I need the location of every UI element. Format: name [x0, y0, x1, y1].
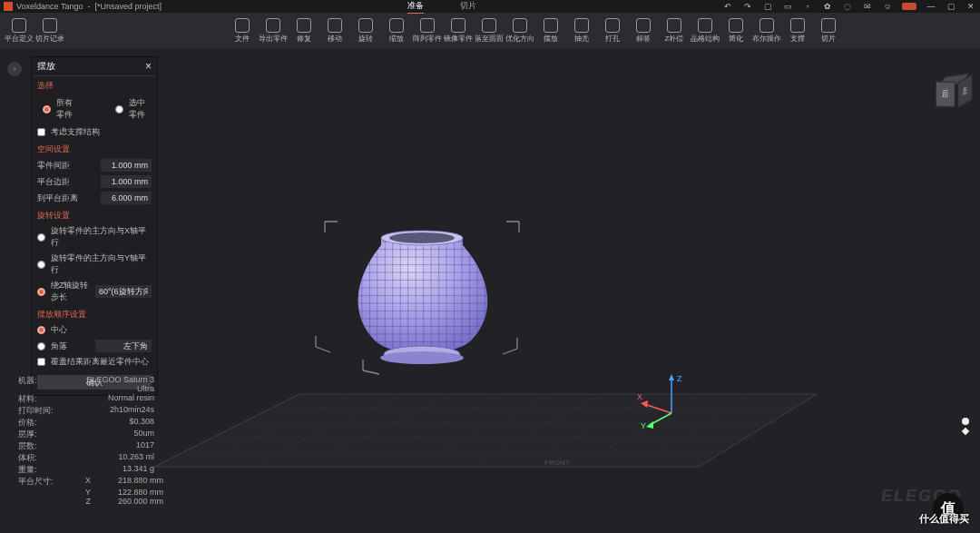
main-toolbar: 平台定义切片记录 文件导出零件修复移动旋转缩放阵列零件镜像零件落至面面优化方向摆… [0, 13, 980, 49]
tool-drill[interactable]: 打孔 [599, 15, 626, 47]
support-icon [790, 18, 805, 33]
hollow-icon [574, 18, 589, 33]
tool-label: 摆放 [544, 34, 558, 44]
tool-slice-tool[interactable]: 切片 [815, 15, 842, 47]
tab-prepare[interactable]: 准备 [407, 0, 424, 14]
tool-label: 缩放 [389, 34, 404, 44]
tool-export-parts[interactable]: 导出零件 [260, 15, 287, 47]
toggle-panel-button[interactable]: › [7, 62, 22, 76]
tool-label: 支撑 [790, 34, 805, 44]
tool-label[interactable]: 标签 [630, 15, 657, 47]
tool-hollow[interactable]: 抽壳 [568, 15, 595, 47]
input-plate-margin[interactable] [101, 175, 152, 188]
svg-text:Y: Y [641, 421, 646, 430]
drill-icon [605, 18, 620, 33]
radio-x-parallel[interactable]: 旋转零件的主方向与X轴平行 [32, 223, 157, 251]
select-corner[interactable] [95, 340, 152, 352]
feedback-icon[interactable]: ✉ [862, 1, 873, 12]
tool-label: 落至面面 [475, 34, 504, 44]
svg-marker-23 [669, 374, 674, 380]
tool-label: Z补偿 [665, 34, 684, 44]
tool-simplify[interactable]: 简化 [722, 15, 750, 47]
model-vase[interactable] [358, 231, 488, 364]
drop-to-plate-icon [482, 18, 496, 33]
radio-y-parallel[interactable]: 旋转零件的主方向与Y轴平行 [32, 251, 157, 278]
tool-move[interactable]: 移动 [321, 15, 348, 47]
layer-slider[interactable] [962, 418, 969, 434]
radio-all-parts[interactable]: 所有零件 [37, 95, 79, 123]
svg-line-4 [263, 396, 399, 459]
mirror-parts-icon [451, 18, 466, 33]
tool-mirror-parts[interactable]: 镜像零件 [445, 15, 472, 47]
lattice-icon [698, 18, 712, 33]
tool-label: 旋转 [358, 34, 373, 44]
tool-lattice[interactable]: 晶格结构 [691, 15, 719, 47]
accent-indicator [902, 3, 916, 10]
close-panel-icon[interactable]: × [145, 60, 152, 73]
tool-repair[interactable]: 修复 [290, 15, 318, 47]
tool-boolean[interactable]: 布尔操作 [753, 15, 780, 47]
svg-text:Z: Z [677, 374, 682, 383]
tool-platform-define[interactable]: 平台定义 [5, 15, 33, 47]
undo-icon[interactable]: ↶ [722, 1, 733, 12]
help-icon[interactable]: ◌ [842, 1, 853, 12]
tool-label: 文件 [235, 34, 250, 44]
tool-array-parts[interactable]: 阵列零件 [414, 15, 441, 47]
maximize-icon[interactable]: ▢ [946, 1, 956, 12]
input-part-gap[interactable] [101, 159, 152, 172]
close-window-icon[interactable]: ✕ [965, 1, 976, 12]
slice-tool-icon [821, 18, 836, 33]
tool-slice-record[interactable]: 切片记录 [36, 15, 64, 47]
scale-icon [389, 18, 404, 33]
panel-title: 摆放 [37, 60, 55, 73]
new-icon[interactable]: ▢ [762, 1, 773, 12]
radio-z-step[interactable]: 绕Z轴旋转步长 [37, 280, 95, 303]
tool-z-compensate[interactable]: Z补偿 [661, 15, 688, 47]
radio-corner[interactable]: 角落 [37, 341, 67, 352]
z-compensate-icon [667, 18, 681, 33]
tool-arrange[interactable]: 摆放 [537, 15, 564, 47]
radio-selected-parts[interactable]: 选中零件 [110, 95, 152, 123]
tool-label: 布尔操作 [752, 34, 781, 44]
arrange-panel: 摆放 × 选择 所有零件 选中零件 考虑支撑结构 空间设置 零件间距 平台边距 … [31, 56, 158, 396]
tool-optimize-orient[interactable]: 优化方向 [506, 15, 534, 47]
check-consider-support[interactable]: 考虑支撑结构 [32, 124, 157, 140]
repair-icon [297, 18, 311, 33]
user-icon[interactable]: ☺ [882, 1, 893, 12]
orientation-cube[interactable]: 后 左 [938, 72, 966, 105]
tool-label: 优化方向 [505, 34, 534, 44]
svg-marker-26 [641, 400, 648, 408]
tool-file[interactable]: 文件 [229, 15, 256, 47]
axis-gizmo[interactable]: Z X Y [653, 372, 708, 429]
section-space: 空间设置 [32, 140, 157, 157]
tool-scale[interactable]: 缩放 [383, 15, 410, 47]
redo-icon[interactable]: ↷ [742, 1, 753, 12]
svg-line-7 [426, 396, 549, 459]
input-z-step[interactable] [95, 285, 152, 298]
tab-slice[interactable]: 切片 [460, 0, 476, 14]
svg-line-8 [481, 396, 599, 459]
check-override[interactable]: 覆盖结果距离最近零件中心 [32, 354, 157, 370]
radio-center[interactable]: 中心 [32, 322, 157, 338]
tool-label: 镜像零件 [444, 34, 473, 44]
settings-icon[interactable]: ✿ [822, 1, 833, 12]
tool-label: 抽壳 [574, 34, 589, 44]
tool-support[interactable]: 支撑 [784, 15, 811, 47]
tool-label: 平台定义 [5, 34, 34, 44]
app-title: Voxeldance Tango - [*Unsaved project] [16, 2, 162, 11]
input-to-plate[interactable] [101, 192, 152, 204]
svg-line-6 [372, 396, 499, 459]
tool-label: 切片记录 [35, 34, 64, 44]
boolean-icon [760, 18, 774, 33]
svg-line-3 [209, 396, 349, 459]
tool-label: 打孔 [605, 34, 620, 44]
svg-marker-29 [646, 421, 653, 429]
tool-label: 修复 [297, 34, 311, 44]
tool-rotate[interactable]: 旋转 [352, 15, 379, 47]
svg-marker-0 [154, 394, 817, 467]
open-icon[interactable]: ▭ [782, 1, 793, 12]
save-icon[interactable]: ▫ [802, 1, 813, 12]
watermark-smzdm: 值 什么值得买 [933, 493, 964, 524]
tool-drop-to-plate[interactable]: 落至面面 [475, 15, 503, 47]
minimize-icon[interactable]: — [926, 1, 936, 12]
